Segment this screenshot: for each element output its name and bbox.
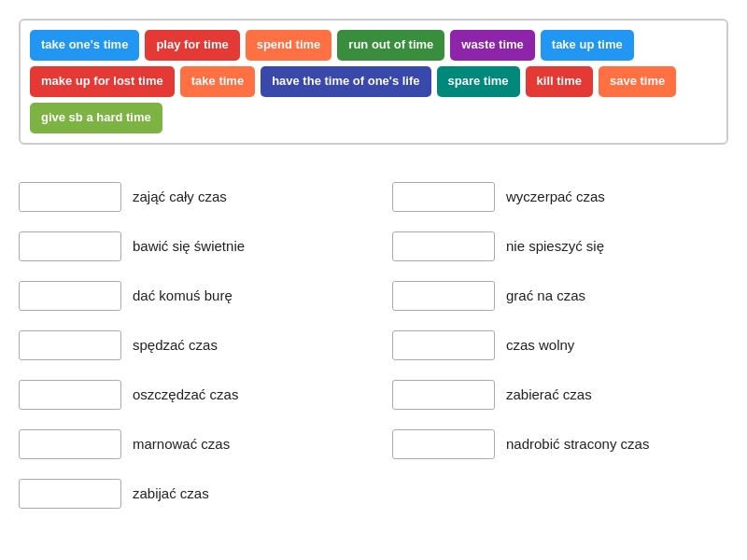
match-label-left-4: spędzać czas	[133, 337, 218, 353]
answer-box-left-5[interactable]	[19, 380, 121, 410]
answer-box-right-5[interactable]	[392, 380, 495, 410]
phrase-btn-make-up-for-lost-time[interactable]: make up for lost time	[30, 66, 175, 97]
match-row-right-3: grać na czas	[392, 272, 728, 321]
phrase-btn-have-the-time-of-ones-life[interactable]: have the time of one's life	[261, 66, 430, 97]
match-label-left-3: dać komuś burę	[133, 287, 233, 303]
phrase-btn-spend-time[interactable]: spend time	[246, 30, 332, 61]
match-label-right-5: zabierać czas	[506, 386, 592, 402]
match-row-left-6: marnować czas	[19, 420, 355, 469]
phrase-btn-take-time[interactable]: take time	[180, 66, 255, 97]
match-area: zająć cały czasbawić się świetniedać kom…	[19, 173, 728, 519]
answer-box-right-6[interactable]	[392, 429, 495, 459]
match-row-right-6: nadrobić stracony czas	[392, 420, 728, 469]
phrase-btn-play-for-time[interactable]: play for time	[145, 30, 239, 61]
phrase-btn-save-time[interactable]: save time	[599, 66, 676, 97]
phrase-btn-spare-time[interactable]: spare time	[437, 66, 520, 97]
answer-box-right-3[interactable]	[392, 281, 495, 311]
phrase-bank: take one's timeplay for timespend timeru…	[19, 19, 728, 145]
match-row-right-5: zabierać czas	[392, 371, 728, 420]
answer-box-right-4[interactable]	[392, 330, 495, 360]
match-row-left-7: zabijać czas	[19, 469, 355, 519]
phrase-btn-waste-time[interactable]: waste time	[450, 30, 534, 61]
match-label-left-5: oszczędzać czas	[133, 386, 238, 402]
match-row-left-5: oszczędzać czas	[19, 371, 355, 420]
match-label-left-1: zająć cały czas	[133, 189, 227, 204]
answer-box-left-7[interactable]	[19, 479, 121, 509]
match-label-right-1: wyczerpać czas	[506, 189, 605, 204]
phrase-btn-give-sb-a-hard-time[interactable]: give sb a hard time	[30, 103, 162, 133]
match-label-right-2: nie spieszyć się	[506, 238, 604, 254]
match-row-left-4: spędzać czas	[19, 321, 355, 371]
answer-box-left-3[interactable]	[19, 281, 121, 311]
match-label-right-3: grać na czas	[506, 287, 585, 303]
right-column: wyczerpać czasnie spieszyć sięgrać na cz…	[392, 173, 728, 519]
match-label-left-2: bawić się świetnie	[133, 238, 245, 254]
match-row-right-2: nie spieszyć się	[392, 222, 728, 272]
phrase-btn-take-ones-time[interactable]: take one's time	[30, 30, 139, 61]
answer-box-right-2[interactable]	[392, 231, 495, 261]
match-row-left-2: bawić się świetnie	[19, 222, 355, 272]
match-row-right-1: wyczerpać czas	[392, 173, 728, 222]
match-label-right-4: czas wolny	[506, 337, 574, 353]
match-label-right-6: nadrobić stracony czas	[506, 436, 649, 452]
match-label-left-7: zabijać czas	[133, 485, 209, 501]
phrase-btn-run-out-of-time[interactable]: run out of time	[337, 30, 444, 61]
match-row-right-4: czas wolny	[392, 321, 728, 371]
match-row-left-1: zająć cały czas	[19, 173, 355, 222]
answer-box-left-2[interactable]	[19, 231, 121, 261]
answer-box-left-6[interactable]	[19, 429, 121, 459]
phrase-btn-kill-time[interactable]: kill time	[526, 66, 593, 97]
match-row-left-3: dać komuś burę	[19, 272, 355, 321]
answer-box-left-4[interactable]	[19, 330, 121, 360]
answer-box-right-1[interactable]	[392, 182, 495, 212]
phrase-btn-take-up-time[interactable]: take up time	[541, 30, 634, 61]
match-label-left-6: marnować czas	[133, 436, 230, 452]
answer-box-left-1[interactable]	[19, 182, 121, 212]
left-column: zająć cały czasbawić się świetniedać kom…	[19, 173, 355, 519]
